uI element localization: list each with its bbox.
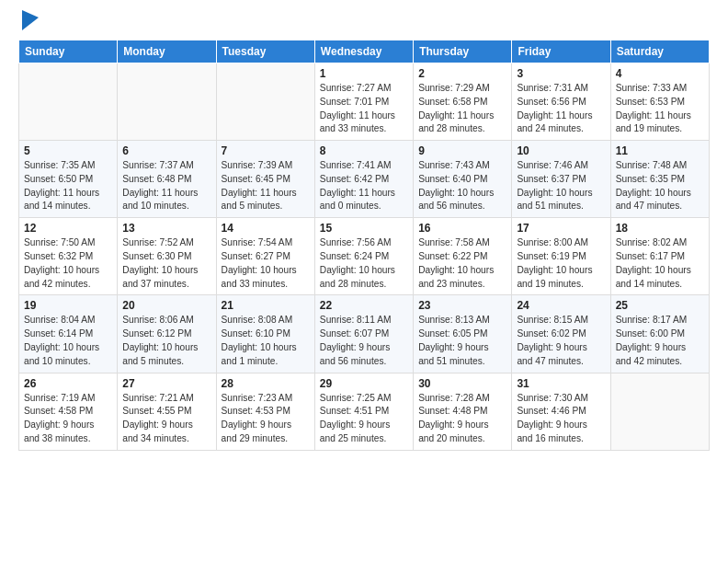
calendar-cell: 10Sunrise: 7:46 AM Sunset: 6:37 PM Dayli…: [512, 141, 610, 218]
day-info: Sunrise: 7:52 AM Sunset: 6:30 PM Dayligh…: [122, 236, 210, 291]
day-info: Sunrise: 8:02 AM Sunset: 6:17 PM Dayligh…: [616, 236, 704, 291]
calendar-cell: [610, 373, 709, 450]
col-header-monday: Monday: [118, 40, 216, 63]
calendar-cell: 27Sunrise: 7:21 AM Sunset: 4:55 PM Dayli…: [118, 373, 216, 450]
col-header-friday: Friday: [512, 40, 610, 63]
day-number: 29: [320, 377, 408, 390]
day-number: 28: [222, 377, 310, 390]
day-info: Sunrise: 7:33 AM Sunset: 6:53 PM Dayligh…: [616, 82, 704, 136]
day-info: Sunrise: 7:46 AM Sunset: 6:37 PM Dayligh…: [517, 159, 605, 213]
day-info: Sunrise: 7:58 AM Sunset: 6:22 PM Dayligh…: [418, 236, 506, 291]
calendar-cell: 16Sunrise: 7:58 AM Sunset: 6:22 PM Dayli…: [414, 218, 512, 295]
col-header-wednesday: Wednesday: [314, 40, 413, 63]
day-info: Sunrise: 7:29 AM Sunset: 6:58 PM Dayligh…: [418, 82, 506, 136]
day-info: Sunrise: 8:13 AM Sunset: 6:05 PM Dayligh…: [418, 314, 506, 368]
week-row-1: 1Sunrise: 7:27 AM Sunset: 7:01 PM Daylig…: [19, 63, 710, 141]
calendar-cell: 4Sunrise: 7:33 AM Sunset: 6:53 PM Daylig…: [610, 63, 709, 141]
day-number: 15: [320, 222, 408, 235]
col-header-sunday: Sunday: [19, 40, 118, 63]
calendar-cell: 20Sunrise: 8:06 AM Sunset: 6:12 PM Dayli…: [118, 295, 216, 373]
day-number: 11: [616, 144, 704, 157]
day-info: Sunrise: 8:11 AM Sunset: 6:07 PM Dayligh…: [320, 314, 408, 368]
calendar-cell: 28Sunrise: 7:23 AM Sunset: 4:53 PM Dayli…: [216, 373, 314, 450]
calendar-cell: [118, 63, 216, 141]
calendar-cell: 11Sunrise: 7:48 AM Sunset: 6:35 PM Dayli…: [610, 141, 709, 218]
calendar-cell: 6Sunrise: 7:37 AM Sunset: 6:48 PM Daylig…: [118, 141, 216, 218]
day-number: 27: [122, 377, 210, 390]
calendar-cell: 15Sunrise: 7:56 AM Sunset: 6:24 PM Dayli…: [314, 218, 413, 295]
week-row-2: 5Sunrise: 7:35 AM Sunset: 6:50 PM Daylig…: [19, 141, 710, 218]
day-number: 9: [418, 144, 506, 157]
day-info: Sunrise: 8:04 AM Sunset: 6:14 PM Dayligh…: [24, 314, 112, 368]
day-number: 14: [222, 222, 310, 235]
day-number: 30: [418, 377, 506, 390]
day-info: Sunrise: 7:48 AM Sunset: 6:35 PM Dayligh…: [616, 159, 704, 213]
day-info: Sunrise: 8:06 AM Sunset: 6:12 PM Dayligh…: [122, 314, 210, 368]
day-number: 7: [222, 144, 310, 157]
day-info: Sunrise: 8:08 AM Sunset: 6:10 PM Dayligh…: [222, 314, 310, 368]
calendar-cell: 2Sunrise: 7:29 AM Sunset: 6:58 PM Daylig…: [414, 63, 512, 141]
week-row-3: 12Sunrise: 7:50 AM Sunset: 6:32 PM Dayli…: [19, 218, 710, 295]
calendar-cell: 7Sunrise: 7:39 AM Sunset: 6:45 PM Daylig…: [216, 141, 314, 218]
header-row: SundayMondayTuesdayWednesdayThursdayFrid…: [19, 40, 710, 63]
svg-marker-0: [22, 10, 39, 30]
day-number: 5: [24, 144, 112, 157]
day-number: 13: [122, 222, 210, 235]
day-number: 18: [616, 222, 704, 235]
day-number: 31: [517, 377, 605, 390]
calendar-cell: 18Sunrise: 8:02 AM Sunset: 6:17 PM Dayli…: [610, 218, 709, 295]
day-number: 23: [418, 299, 506, 312]
day-info: Sunrise: 7:39 AM Sunset: 6:45 PM Dayligh…: [222, 159, 310, 213]
calendar-cell: 3Sunrise: 7:31 AM Sunset: 6:56 PM Daylig…: [512, 63, 610, 141]
day-info: Sunrise: 8:00 AM Sunset: 6:19 PM Dayligh…: [517, 236, 605, 291]
day-info: Sunrise: 7:41 AM Sunset: 6:42 PM Dayligh…: [320, 159, 408, 213]
day-info: Sunrise: 7:37 AM Sunset: 6:48 PM Dayligh…: [122, 159, 210, 213]
day-info: Sunrise: 7:28 AM Sunset: 4:48 PM Dayligh…: [418, 392, 506, 446]
week-row-4: 19Sunrise: 8:04 AM Sunset: 6:14 PM Dayli…: [19, 295, 710, 373]
day-number: 25: [616, 299, 704, 312]
calendar-cell: [19, 63, 118, 141]
day-number: 24: [517, 299, 605, 312]
day-info: Sunrise: 7:43 AM Sunset: 6:40 PM Dayligh…: [418, 159, 506, 213]
day-info: Sunrise: 8:15 AM Sunset: 6:02 PM Dayligh…: [517, 314, 605, 368]
day-info: Sunrise: 7:54 AM Sunset: 6:27 PM Dayligh…: [222, 236, 310, 291]
calendar-cell: 24Sunrise: 8:15 AM Sunset: 6:02 PM Dayli…: [512, 295, 610, 373]
calendar-cell: 23Sunrise: 8:13 AM Sunset: 6:05 PM Dayli…: [414, 295, 512, 373]
calendar-cell: [216, 63, 314, 141]
calendar-cell: 29Sunrise: 7:25 AM Sunset: 4:51 PM Dayli…: [314, 373, 413, 450]
day-info: Sunrise: 7:30 AM Sunset: 4:46 PM Dayligh…: [517, 392, 605, 446]
day-info: Sunrise: 7:27 AM Sunset: 7:01 PM Dayligh…: [320, 82, 408, 136]
calendar-cell: 22Sunrise: 8:11 AM Sunset: 6:07 PM Dayli…: [314, 295, 413, 373]
day-number: 2: [418, 67, 506, 80]
calendar-cell: 1Sunrise: 7:27 AM Sunset: 7:01 PM Daylig…: [314, 63, 413, 141]
calendar-cell: 13Sunrise: 7:52 AM Sunset: 6:30 PM Dayli…: [118, 218, 216, 295]
calendar-cell: 26Sunrise: 7:19 AM Sunset: 4:58 PM Dayli…: [19, 373, 118, 450]
day-number: 6: [122, 144, 210, 157]
day-info: Sunrise: 7:31 AM Sunset: 6:56 PM Dayligh…: [517, 82, 605, 136]
calendar-cell: 8Sunrise: 7:41 AM Sunset: 6:42 PM Daylig…: [314, 141, 413, 218]
day-number: 19: [24, 299, 112, 312]
day-info: Sunrise: 7:50 AM Sunset: 6:32 PM Dayligh…: [24, 236, 112, 291]
day-number: 3: [517, 67, 605, 80]
day-number: 12: [24, 222, 112, 235]
day-number: 21: [222, 299, 310, 312]
day-number: 16: [418, 222, 506, 235]
day-number: 1: [320, 67, 408, 80]
day-info: Sunrise: 7:19 AM Sunset: 4:58 PM Dayligh…: [24, 392, 112, 446]
calendar-cell: 19Sunrise: 8:04 AM Sunset: 6:14 PM Dayli…: [19, 295, 118, 373]
calendar-cell: 31Sunrise: 7:30 AM Sunset: 4:46 PM Dayli…: [512, 373, 610, 450]
calendar-page: SundayMondayTuesdayWednesdayThursdayFrid…: [0, 0, 728, 563]
logo: [18, 14, 39, 30]
col-header-saturday: Saturday: [610, 40, 709, 63]
day-info: Sunrise: 7:23 AM Sunset: 4:53 PM Dayligh…: [222, 392, 310, 446]
calendar-cell: 30Sunrise: 7:28 AM Sunset: 4:48 PM Dayli…: [414, 373, 512, 450]
header: [18, 14, 710, 30]
day-number: 4: [616, 67, 704, 80]
calendar-cell: 12Sunrise: 7:50 AM Sunset: 6:32 PM Dayli…: [19, 218, 118, 295]
day-info: Sunrise: 7:25 AM Sunset: 4:51 PM Dayligh…: [320, 392, 408, 446]
day-number: 17: [517, 222, 605, 235]
day-number: 26: [24, 377, 112, 390]
calendar-cell: 25Sunrise: 8:17 AM Sunset: 6:00 PM Dayli…: [610, 295, 709, 373]
calendar-cell: 14Sunrise: 7:54 AM Sunset: 6:27 PM Dayli…: [216, 218, 314, 295]
calendar-cell: 5Sunrise: 7:35 AM Sunset: 6:50 PM Daylig…: [19, 141, 118, 218]
